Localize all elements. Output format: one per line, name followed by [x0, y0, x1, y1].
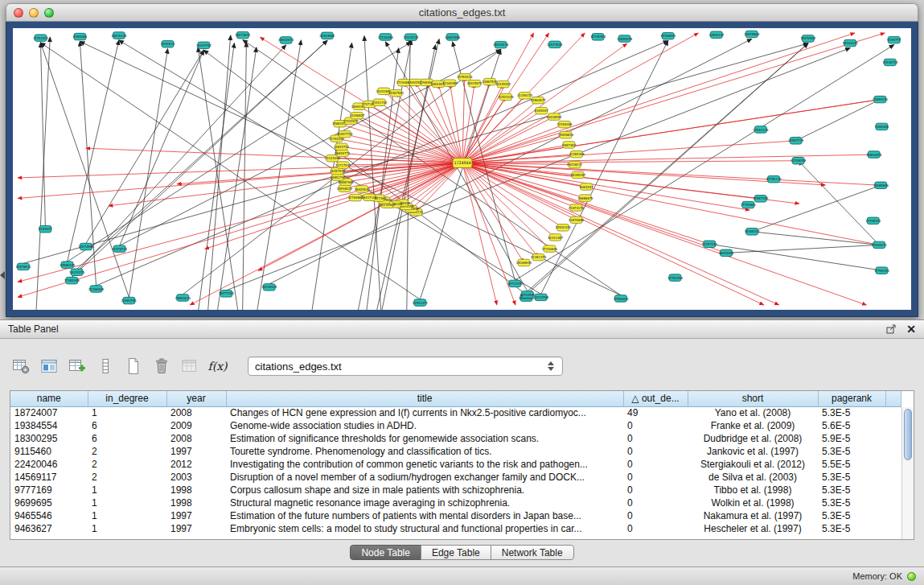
table-rows-icon[interactable]	[94, 356, 116, 377]
graph-edge[interactable]	[462, 163, 709, 245]
table-cell[interactable]: 18300295	[10, 432, 88, 445]
graph-edge[interactable]	[260, 37, 462, 163]
table-cell[interactable]: 2008	[166, 406, 226, 419]
table-cell[interactable]: 5.3E-5	[818, 471, 885, 484]
table-cell[interactable]: 5.5E-5	[818, 458, 885, 471]
graph-edge[interactable]	[709, 244, 881, 270]
table-row[interactable]: 1830029562008Estimation of significance …	[10, 432, 901, 445]
graph-edge[interactable]	[462, 43, 627, 163]
graph-edge[interactable]	[541, 41, 668, 295]
create-column-icon[interactable]	[66, 356, 88, 377]
table-selector-combo[interactable]: citations_edges.txt	[248, 356, 563, 376]
table-cell[interactable]: 19384554	[10, 419, 88, 432]
table-cell[interactable]: 9699695	[10, 496, 88, 509]
table-cell[interactable]: 2012	[166, 458, 226, 471]
graph-edge[interactable]	[380, 102, 462, 163]
table-row[interactable]: 1938455462009Genome-wide association stu…	[10, 419, 901, 432]
table-cell[interactable]: 5.3E-5	[818, 496, 885, 509]
table-cell[interactable]: 0	[623, 484, 688, 496]
table-cell[interactable]: 0	[623, 471, 688, 484]
table-row[interactable]: 946362711997Embryonic stem cells: a mode…	[10, 522, 901, 535]
table-cell[interactable]: 9463627	[10, 522, 88, 535]
graph-edge[interactable]	[799, 161, 880, 245]
table-cell[interactable]: Structural magnetic resonance image aver…	[226, 496, 623, 509]
graph-edge[interactable]	[41, 43, 46, 226]
graph-edge[interactable]	[243, 43, 247, 310]
graph-edge[interactable]	[462, 163, 749, 211]
graph-edge[interactable]	[120, 50, 501, 246]
table-cell[interactable]: Corpus callosum shape and size in male p…	[226, 484, 623, 496]
table-cell[interactable]: 0	[623, 522, 688, 535]
table-cell[interactable]: Tourette syndrome. Phenomenology and cla…	[226, 445, 623, 458]
graph-edge[interactable]	[257, 40, 302, 310]
graph-edge[interactable]	[752, 185, 881, 232]
table-cell[interactable]: Franke et al. (2009)	[688, 419, 818, 432]
table-cell[interactable]: Disruption of a novel member of a sodium…	[226, 471, 623, 484]
graph-edge[interactable]	[438, 84, 462, 163]
vertical-scrollbar[interactable]	[901, 407, 914, 539]
table-cell[interactable]: 0	[623, 496, 688, 509]
graph-edge[interactable]	[208, 35, 231, 310]
graph-edge[interactable]	[450, 83, 462, 163]
table-cell[interactable]: 0	[623, 445, 688, 458]
table-cell[interactable]: 9115460	[10, 445, 88, 458]
column-header-in_degree[interactable]: in_degree	[88, 391, 166, 406]
graph-edge[interactable]	[395, 163, 462, 204]
table-cell[interactable]: 2008	[166, 432, 226, 445]
table-row[interactable]: 946554611997Estimation of the future num…	[10, 509, 901, 522]
table-cell[interactable]: 1	[88, 406, 166, 419]
table-row[interactable]: 969969511998Structural magnetic resonanc…	[10, 496, 901, 509]
graph-edge[interactable]	[68, 42, 411, 262]
table-cell[interactable]: 2003	[166, 471, 226, 484]
graph-edge[interactable]	[367, 48, 399, 310]
graph-edge[interactable]	[351, 121, 462, 163]
graph-edge[interactable]	[72, 40, 327, 277]
delete-table-icon[interactable]	[150, 356, 172, 377]
table-cell[interactable]: 9777169	[10, 484, 88, 496]
table-cell[interactable]: Genome-wide association studies in ADHD.	[226, 419, 623, 432]
table-cell[interactable]: Estimation of significance thresholds fo…	[226, 432, 623, 445]
graph-edge[interactable]	[416, 82, 462, 163]
float-panel-icon[interactable]	[886, 324, 897, 335]
table-cell[interactable]: 0	[623, 458, 688, 471]
tab-edge-table[interactable]: Edge Table	[421, 545, 491, 560]
table-row[interactable]: 911546021997Tourette syndrome. Phenomeno…	[10, 445, 901, 458]
new-table-icon[interactable]	[122, 356, 144, 377]
show-columns-icon[interactable]	[38, 356, 60, 377]
table-cell[interactable]: Embryonic stem cells: a model to study s…	[226, 522, 623, 535]
table-cell[interactable]: 1997	[166, 445, 226, 458]
table-cell[interactable]: Dudbridge et al. (2008)	[688, 432, 818, 445]
table-cell[interactable]: 5.6E-5	[818, 419, 885, 432]
table-row[interactable]: 977716911998Corpus callosum shape and si…	[10, 484, 901, 496]
close-panel-icon[interactable]: ✕	[906, 323, 916, 335]
table-cell[interactable]: 49	[623, 406, 688, 419]
table-cell[interactable]: 0	[623, 419, 688, 432]
table-cell[interactable]: 5.3E-5	[818, 484, 885, 496]
table-cell[interactable]: 1	[88, 496, 166, 509]
attribute-table[interactable]: namein_degreeyeartitle△ out_de...shortpa…	[10, 391, 901, 535]
network-canvas[interactable]: 1723332292604001907014593436131019776220…	[13, 28, 911, 310]
graph-edge[interactable]	[41, 43, 129, 297]
column-header-pagerank[interactable]: pagerank	[818, 391, 885, 406]
graph-edge[interactable]	[752, 232, 879, 245]
table-cell[interactable]: Yano et al. (2008)	[688, 406, 818, 419]
table-cell[interactable]: 5.3E-5	[818, 445, 885, 458]
table-cell[interactable]: 5.9E-5	[818, 432, 885, 445]
graph-edge[interactable]	[462, 82, 490, 163]
column-header-out_de[interactable]: △ out_de...	[623, 391, 688, 406]
table-mode-icon[interactable]	[10, 356, 31, 377]
tab-node-table[interactable]: Node Table	[350, 545, 421, 560]
graph-edge[interactable]	[384, 91, 462, 163]
table-cell[interactable]: Tibbo et al. (1998)	[688, 484, 818, 496]
graph-edge[interactable]	[199, 43, 235, 310]
table-cell[interactable]: Jankovic et al. (1997)	[688, 445, 818, 458]
table-cell[interactable]: 6	[88, 432, 166, 445]
graph-edge[interactable]	[72, 45, 285, 278]
scrollbar-thumb[interactable]	[904, 409, 912, 460]
graph-edge[interactable]	[18, 163, 462, 298]
table-cell[interactable]: 9465546	[10, 509, 88, 522]
table-cell[interactable]: 1997	[166, 509, 226, 522]
graph-edge[interactable]	[243, 40, 621, 295]
table-cell[interactable]: 6	[88, 419, 166, 432]
graph-edge[interactable]	[68, 40, 119, 262]
